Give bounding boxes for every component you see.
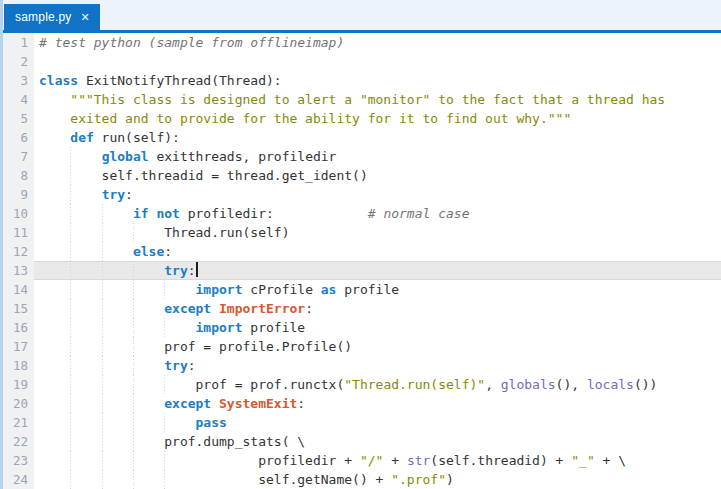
indent-guide xyxy=(70,470,71,489)
code-line-12[interactable]: 12 else: xyxy=(0,242,721,261)
code-line-4[interactable]: 4 """This class is designed to alert a "… xyxy=(0,90,721,109)
code-line-14[interactable]: 14 import cProfile as profile xyxy=(0,280,721,299)
code-line-7[interactable]: 7 global exitthreads, profiledir xyxy=(0,147,721,166)
line-number[interactable]: 9 xyxy=(0,185,34,204)
code-token: , xyxy=(485,377,501,392)
code-token xyxy=(39,206,133,221)
code-line-10[interactable]: 10 if not profiledir: # normal case xyxy=(0,204,721,223)
indent-guide xyxy=(133,356,134,375)
indent-guide xyxy=(133,223,134,242)
code-token: prof = profile.Profile() xyxy=(39,339,352,354)
code-token: + \ xyxy=(595,453,626,468)
code-line-17[interactable]: 17 prof = profile.Profile() xyxy=(0,337,721,356)
code-token: ImportError xyxy=(219,301,305,316)
line-number[interactable]: 10 xyxy=(0,204,34,223)
indent-guide xyxy=(102,223,103,242)
line-number[interactable]: 15 xyxy=(0,299,34,318)
code-line-5[interactable]: 5 exited and to provide for the ability … xyxy=(0,109,721,128)
line-number[interactable]: 8 xyxy=(0,166,34,185)
tab-sample-py[interactable]: sample.py ✕ xyxy=(4,4,100,30)
code-line-19[interactable]: 19 prof = prof.runctx("Thread.run(self)"… xyxy=(0,375,721,394)
line-number[interactable]: 13 xyxy=(0,261,34,280)
indent-guide xyxy=(102,204,103,223)
code-token: self.threadid = thread.get_ident() xyxy=(39,168,368,183)
code-line-24[interactable]: 24 self.getName() + ".prof") xyxy=(0,470,721,489)
line-number[interactable]: 4 xyxy=(0,90,34,109)
close-icon[interactable]: ✕ xyxy=(81,12,90,23)
indent-guide xyxy=(133,451,134,470)
line-number[interactable]: 17 xyxy=(0,337,34,356)
line-number[interactable]: 12 xyxy=(0,242,34,261)
indent-guide xyxy=(70,394,71,413)
code-line-content: def run(self): xyxy=(34,128,721,147)
line-number[interactable]: 7 xyxy=(0,147,34,166)
line-number[interactable]: 21 xyxy=(0,413,34,432)
code-token: : xyxy=(297,396,305,411)
code-line-2[interactable]: 2 xyxy=(0,52,721,71)
indent-guide xyxy=(102,318,103,337)
line-number[interactable]: 18 xyxy=(0,356,34,375)
code-token: else xyxy=(133,244,164,259)
code-line-content: """This class is designed to alert a "mo… xyxy=(34,90,721,109)
code-line-content: class ExitNotifyThread(Thread): xyxy=(34,71,721,90)
code-line-8[interactable]: 8 self.threadid = thread.get_ident() xyxy=(0,166,721,185)
code-editor[interactable]: 1# test python (sample from offlineimap)… xyxy=(0,33,721,489)
code-token: self.getName() + xyxy=(39,472,391,487)
tab-bar: sample.py ✕ xyxy=(0,0,721,33)
code-line-13[interactable]: 13 try: xyxy=(0,261,721,280)
line-number[interactable]: 23 xyxy=(0,451,34,470)
indent-guide xyxy=(70,356,71,375)
code-line-content: prof.dump_stats( \ xyxy=(34,432,721,451)
code-line-21[interactable]: 21 pass xyxy=(0,413,721,432)
code-line-content: try: xyxy=(34,261,721,280)
line-number[interactable]: 3 xyxy=(0,71,34,90)
indent-guide xyxy=(164,451,165,470)
indent-guide xyxy=(133,261,134,280)
line-number[interactable]: 22 xyxy=(0,432,34,451)
indent-guide xyxy=(102,356,103,375)
code-line-1[interactable]: 1# test python (sample from offlineimap) xyxy=(0,33,721,52)
code-token: "Thread.run(self)" xyxy=(344,377,485,392)
line-number[interactable]: 5 xyxy=(0,109,34,128)
line-number[interactable]: 1 xyxy=(0,33,34,52)
code-line-9[interactable]: 9 try: xyxy=(0,185,721,204)
line-number[interactable]: 24 xyxy=(0,470,34,489)
indent-guide xyxy=(133,375,134,394)
code-line-content: self.getName() + ".prof") xyxy=(34,470,721,489)
code-line-content: except SystemExit: xyxy=(34,394,721,413)
code-line-content: exited and to provide for the ability fo… xyxy=(34,109,721,128)
code-line-15[interactable]: 15 except ImportError: xyxy=(0,299,721,318)
code-token: def xyxy=(70,130,93,145)
indent-guide xyxy=(70,147,71,166)
line-number[interactable]: 2 xyxy=(0,52,34,71)
code-line-18[interactable]: 18 try: xyxy=(0,356,721,375)
indent-guide xyxy=(70,451,71,470)
code-token: (self.threadid) + xyxy=(430,453,571,468)
code-token: global xyxy=(102,149,149,164)
indent-guide xyxy=(102,394,103,413)
code-line-content: global exitthreads, profiledir xyxy=(34,147,721,166)
code-token: if xyxy=(133,206,149,221)
code-token: globals xyxy=(501,377,556,392)
code-line-16[interactable]: 16 import profile xyxy=(0,318,721,337)
code-line-6[interactable]: 6 def run(self): xyxy=(0,128,721,147)
code-token xyxy=(39,415,196,430)
code-token: # test python (sample from offlineimap) xyxy=(39,35,344,50)
code-token: try xyxy=(164,263,187,278)
line-number[interactable]: 11 xyxy=(0,223,34,242)
code-token: + xyxy=(383,453,406,468)
code-token: locals xyxy=(587,377,634,392)
line-number[interactable]: 20 xyxy=(0,394,34,413)
code-token: except xyxy=(164,396,211,411)
code-line-23[interactable]: 23 profiledir + "/" + str(self.threadid)… xyxy=(0,451,721,470)
line-number[interactable]: 16 xyxy=(0,318,34,337)
code-token: : xyxy=(188,358,196,373)
code-line-11[interactable]: 11 Thread.run(self) xyxy=(0,223,721,242)
indent-guide xyxy=(133,299,134,318)
code-line-22[interactable]: 22 prof.dump_stats( \ xyxy=(0,432,721,451)
code-line-20[interactable]: 20 except SystemExit: xyxy=(0,394,721,413)
line-number[interactable]: 14 xyxy=(0,280,34,299)
line-number[interactable]: 6 xyxy=(0,128,34,147)
line-number[interactable]: 19 xyxy=(0,375,34,394)
code-line-3[interactable]: 3class ExitNotifyThread(Thread): xyxy=(0,71,721,90)
